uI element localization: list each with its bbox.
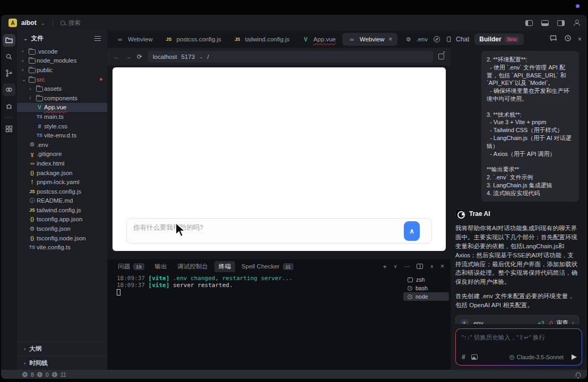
timeline-section[interactable]: › 时间线 [17,355,107,370]
file-tree-item[interactable]: style.css [17,121,107,131]
panel-more-icon[interactable]: ⋯ [404,263,410,270]
search-box[interactable]: 搜索 [60,19,81,27]
panel-tab[interactable]: 调试控制台 [174,261,213,272]
file-tree-item[interactable]: components [17,93,107,103]
page-chat-input[interactable] [126,218,432,244]
error-count[interactable]: 8 [31,371,34,378]
back-icon[interactable]: ← [114,53,120,60]
address-bar[interactable]: localhost 5173 ⌄ / [148,51,433,63]
terminal-session-item[interactable]: node [403,292,449,301]
context-hash-icon[interactable]: # [462,353,465,361]
toggle-left-sidebar-icon[interactable] [525,20,533,26]
split-terminal-icon[interactable] [417,264,423,269]
warning-count[interactable]: 0 [46,371,49,378]
project-name[interactable]: aibot [21,19,37,27]
send-icon[interactable] [572,354,577,360]
file-name: main.ts [44,114,64,120]
file-type-icon [35,105,44,110]
reload-icon[interactable]: ⟳ [137,53,142,60]
file-tree-item[interactable]: public [17,65,107,75]
terminal-session-item[interactable]: bash [403,284,449,292]
file-tree-item[interactable]: node_modules [17,56,107,66]
file-tree-item[interactable]: main.ts [17,112,107,121]
chevron-down-icon[interactable]: ⌄ [199,54,203,59]
file-tree-item[interactable]: tsconfig.app.json [17,215,107,224]
warnings-icon[interactable]: i [37,372,42,377]
maximize-panel-icon[interactable]: ∧ [430,264,434,269]
new-chat-icon[interactable] [550,34,558,44]
review-link[interactable]: 审查 [557,319,568,324]
divider [4,117,14,118]
panel-tab[interactable]: 问题 19 [114,261,149,272]
file-tree-item[interactable]: index.html [17,159,107,168]
user-message: 2. **环境配置**: - 使用 `.env` 文件管理 API 配置，包括 … [481,51,579,202]
errors-icon[interactable]: × [22,372,28,377]
explorer-header[interactable]: ⌄ 文件 [17,31,107,46]
file-tree-item[interactable]: postcss.config.js [17,187,107,196]
panel-tab[interactable]: Spell Checker 11 [237,262,297,272]
attach-image-icon[interactable] [471,354,478,360]
file-tree-item[interactable]: package.json [17,168,107,178]
editor-tab[interactable]: postcss.config.js × [159,33,226,45]
panel-tab[interactable]: 终端 [214,261,235,272]
filter-icon[interactable] [94,36,101,41]
toggle-right-sidebar-icon[interactable] [557,20,565,26]
file-tree-item[interactable]: .env [17,140,107,150]
info-icon[interactable]: i [52,372,57,377]
page-chat-input-field[interactable] [133,224,338,231]
file-tree-item[interactable]: README.md [17,196,107,206]
add-file-icon: + [461,319,468,324]
file-tree-item[interactable]: vite-env.d.ts [17,131,107,140]
file-tree-item[interactable]: tsconfig.json [17,224,107,233]
chevron-down-icon[interactable]: ⌄ [41,20,45,26]
activity-explorer-icon[interactable] [3,34,15,47]
close-panel-icon[interactable]: × [578,36,582,43]
history-icon[interactable] [564,34,572,44]
toggle-bottom-panel-icon[interactable] [541,20,549,26]
page-send-button[interactable] [404,221,420,241]
close-panel-icon[interactable]: × [440,263,444,270]
model-selector[interactable]: Claude-3.5-Sonnet [509,354,564,360]
activity-search-icon[interactable] [3,50,15,63]
activity-source-control-icon[interactable] [3,67,15,80]
editor-tab[interactable]: .env × [399,33,433,46]
panel-tab[interactable]: 输出 [151,261,171,272]
file-tree-item[interactable]: vite.config.ts [17,242,107,252]
activity-extensions-icon[interactable] [3,123,15,135]
changed-file-card[interactable]: + .env +3 -0 审查 › [455,315,579,324]
terminal-session-icon [408,277,413,282]
file-tree-item[interactable]: .vscode [17,47,107,56]
notifications-bell-icon[interactable] [576,372,581,377]
file-tree-item[interactable]: App.vue [17,103,107,112]
account-icon[interactable] [573,20,580,26]
editor-tab[interactable]: Webview × [110,33,158,45]
open-external-icon[interactable] [438,54,444,59]
terminal-output[interactable]: 18:09:37 [vite] .env changed, restarting… [107,275,403,370]
editor-tab[interactable]: Webview × [342,33,397,46]
editor-tab[interactable]: App.vue × [296,33,341,45]
open-in-browser-icon[interactable] [434,36,440,42]
chat-input-box[interactable]: "↑↓" 切换历史输入，"⇧↵" 换行 # Claude-3.5-Sonnet [455,328,582,366]
activity-debug-icon[interactable] [3,100,15,112]
info-count[interactable]: 11 [60,371,66,378]
file-tree-item[interactable]: .gitignore [17,150,107,159]
file-tree-item[interactable]: assets [17,84,107,93]
file-name: .env [37,142,48,148]
chat-input-placeholder[interactable]: "↑↓" 切换历史输入，"⇧↵" 换行 [462,334,576,342]
editor-tab[interactable]: tailwind.config.js × [228,33,295,45]
new-terminal-icon[interactable]: + [383,263,387,271]
file-tree-item[interactable]: pnpm-lock.yaml [17,177,107,187]
file-tree-item[interactable]: tsconfig.node.json [17,233,107,243]
chat-message-list[interactable]: 2. **环境配置**: - 使用 `.env` 文件管理 API 配置，包括 … [451,49,587,324]
activity-webview-icon[interactable] [3,83,15,96]
outline-section[interactable]: › 大纲 [17,341,107,355]
file-name: index.html [37,160,64,167]
terminal-dropdown-icon[interactable]: ∨ [394,264,397,269]
file-tree-item[interactable]: src [17,75,107,84]
close-tab-icon[interactable]: × [388,36,392,43]
tab-chat[interactable]: Chat [456,36,469,43]
forward-icon[interactable]: → [125,53,132,60]
file-tree-item[interactable]: tailwind.config.js [17,205,107,215]
terminal-session-item[interactable]: zsh [403,275,449,284]
tab-builder[interactable]: Builder Beta [474,33,524,45]
